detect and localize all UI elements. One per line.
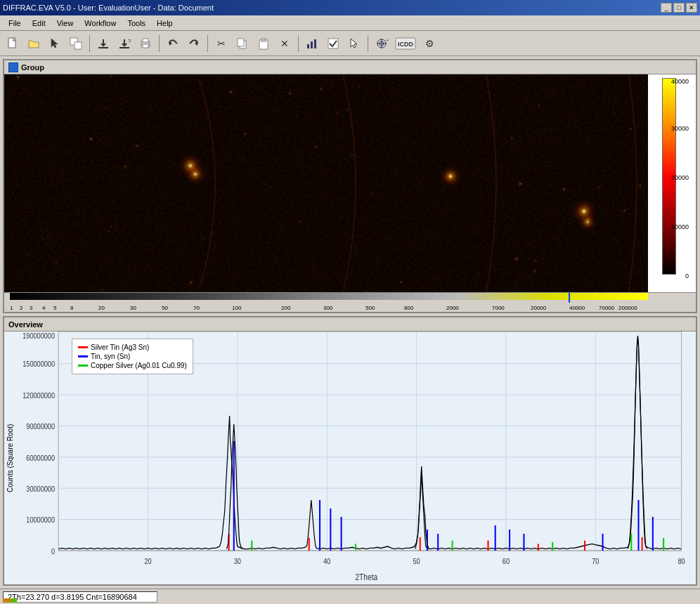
svg-text:2Theta: 2Theta	[355, 572, 377, 582]
svg-text:70: 70	[592, 557, 599, 565]
svg-text:8: 8	[70, 305, 74, 311]
group-panel: Group 40000 30000 20000 10000 0	[3, 59, 697, 313]
legend-item-1: Silver Tin (Ag3 Sn)	[78, 343, 187, 351]
svg-text:190000000: 190000000	[22, 331, 55, 340]
separator-2	[159, 35, 160, 52]
settings-button[interactable]: ⚙	[420, 34, 439, 53]
title-bar: DIFFRAC.EVA V5.0 - User: EvaluationUser …	[0, 0, 700, 15]
svg-marker-10	[195, 41, 197, 46]
chart-area: Counts (Square Root)	[4, 331, 696, 584]
svg-text:50: 50	[413, 557, 421, 565]
svg-rect-4	[119, 47, 129, 48]
menu-bar: File Edit View Workflow Tools Help	[0, 15, 700, 31]
svg-text:3: 3	[30, 305, 33, 311]
menu-view[interactable]: View	[51, 18, 79, 29]
svg-text:7000: 7000	[492, 305, 505, 311]
copy-button[interactable]	[233, 34, 252, 53]
menu-file[interactable]: File	[3, 18, 27, 29]
svg-rect-14	[261, 39, 266, 41]
group-title: Group	[8, 63, 44, 72]
svg-text:4: 4	[42, 305, 46, 311]
svg-text:40000: 40000	[569, 305, 585, 311]
close-button[interactable]: ✕	[686, 3, 697, 13]
icdd-button[interactable]: ICDD	[393, 34, 418, 53]
overview-title: Overview	[8, 320, 43, 329]
svg-text:60: 60	[503, 557, 510, 565]
separator-5	[368, 35, 368, 52]
y-axis-label: Counts (Square Root)	[4, 331, 15, 584]
chart-legend: Silver Tin (Ag3 Sn) Tin, syn (Sn) Copper…	[72, 339, 193, 374]
legend-label-3: Copper Silver (Ag0.01 Cu0.99)	[91, 362, 187, 369]
svg-marker-9	[169, 41, 172, 46]
check-button[interactable]	[323, 34, 343, 53]
detector-image[interactable]	[4, 74, 648, 292]
svg-text:60000000: 60000000	[26, 454, 55, 462]
cursor-button[interactable]	[344, 34, 364, 53]
redo-button[interactable]	[184, 34, 204, 53]
legend-label-1: Silver Tin (Ag3 Sn)	[91, 343, 149, 351]
delete-button[interactable]: ✕	[275, 34, 294, 53]
target-button[interactable]: +	[372, 34, 391, 53]
legend-label-2: Tin, syn (Sn)	[91, 353, 130, 360]
svg-text:800: 800	[404, 305, 414, 311]
svg-text:20000: 20000	[531, 305, 547, 311]
svg-text:20: 20	[98, 305, 105, 311]
svg-rect-8	[143, 44, 148, 48]
legend-color-3	[78, 365, 88, 367]
svg-text:70000: 70000	[599, 305, 615, 311]
legend-color-2	[78, 355, 88, 357]
menu-tools[interactable]: Tools	[122, 18, 151, 29]
print-button[interactable]	[136, 34, 155, 53]
svg-rect-16	[311, 41, 313, 48]
cut-button[interactable]: ✂	[212, 34, 231, 53]
svg-rect-17	[314, 39, 316, 48]
minimize-button[interactable]: _	[661, 3, 672, 13]
chart-button[interactable]	[302, 34, 322, 53]
svg-text:2: 2	[20, 305, 23, 311]
toolbar: ? ✂ ✕ + ICDD ⚙	[0, 31, 700, 56]
svg-text:300: 300	[323, 305, 333, 311]
svg-text:40: 40	[323, 557, 331, 565]
import2-button[interactable]: ?	[115, 34, 134, 53]
svg-rect-3	[98, 47, 108, 48]
window-button[interactable]	[66, 34, 86, 53]
maximize-button[interactable]: □	[673, 3, 685, 13]
chart-content: 0 10000000 30000000 60000000 90000000 12…	[15, 331, 696, 584]
scale-label-30000: 30000	[671, 125, 689, 132]
new-button[interactable]	[3, 34, 22, 53]
menu-help[interactable]: Help	[151, 18, 179, 29]
svg-rect-7	[143, 39, 148, 42]
color-scale: 40000 30000 20000 10000 0	[648, 74, 690, 292]
legend-item-2: Tin, syn (Sn)	[78, 353, 187, 360]
ruler-svg: 1 2 3 4 5 8 20 30 50 70 100 200 300 500 …	[7, 293, 651, 313]
svg-text:30: 30	[234, 557, 242, 565]
scale-label-40000: 40000	[671, 78, 689, 85]
svg-text:+: +	[386, 38, 389, 43]
import-button[interactable]	[93, 34, 113, 53]
svg-text:1: 1	[10, 305, 13, 311]
title-bar-text: DIFFRAC.EVA V5.0 - User: EvaluationUser …	[3, 4, 214, 12]
separator-1	[89, 35, 90, 52]
undo-button[interactable]	[163, 34, 183, 53]
detector-canvas[interactable]	[4, 74, 648, 292]
menu-workflow[interactable]: Workflow	[79, 18, 122, 29]
svg-text:150000000: 150000000	[22, 360, 55, 369]
separator-3	[207, 35, 208, 52]
svg-text:100: 100	[232, 305, 242, 311]
menu-edit[interactable]: Edit	[27, 18, 51, 29]
paste-button[interactable]	[254, 34, 273, 53]
open-button[interactable]	[24, 34, 44, 53]
svg-text:0: 0	[51, 547, 55, 556]
svg-text:90000000: 90000000	[26, 422, 55, 431]
svg-text:70: 70	[193, 305, 200, 311]
scale-label-20000: 20000	[671, 174, 689, 181]
svg-text:50: 50	[162, 305, 168, 311]
scale-label-0: 0	[685, 273, 689, 280]
select-button[interactable]	[45, 34, 65, 53]
svg-text:10000000: 10000000	[26, 516, 55, 525]
svg-text:200: 200	[281, 305, 291, 311]
svg-text:20: 20	[144, 557, 152, 565]
overview-panel: Overview Counts (Square Root)	[3, 316, 697, 586]
svg-text:80: 80	[678, 557, 686, 565]
overview-header: Overview	[4, 317, 696, 331]
